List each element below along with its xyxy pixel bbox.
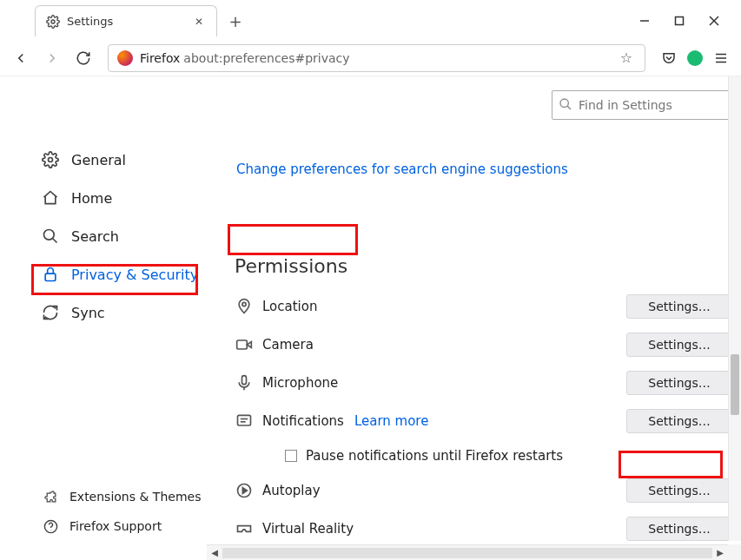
svg-rect-17 [237, 340, 248, 349]
autoplay-icon [235, 481, 254, 500]
permission-row-camera: Camera Settings… [235, 326, 732, 364]
settings-search [552, 90, 734, 120]
close-window-button[interactable] [701, 10, 727, 31]
sidebar-item-privacy[interactable]: Privacy & Security [0, 255, 207, 293]
maximize-button[interactable] [666, 10, 692, 31]
sidebar-item-label: Extensions & Themes [69, 490, 201, 504]
permission-row-location: Location Settings… [235, 287, 732, 326]
permission-label: Virtual Reality [262, 521, 354, 537]
sidebar-item-label: Search [71, 228, 119, 245]
svg-marker-25 [242, 488, 247, 494]
search-suggestions-link[interactable]: Change preferences for search engine sug… [236, 161, 568, 177]
permission-row-microphone: Microphone Settings… [235, 364, 732, 402]
sidebar-lower: Extensions & Themes Firefox Support [0, 482, 207, 541]
firefox-logo-icon [117, 50, 133, 66]
scroll-right-button[interactable]: ▶ [712, 545, 728, 561]
pause-notifications-row: Pause notifications until Firefox restar… [285, 440, 732, 471]
gear-icon [46, 15, 60, 29]
autoplay-settings-button[interactable]: Settings… [626, 478, 732, 503]
microphone-icon [235, 373, 254, 392]
sidebar-item-label: General [71, 152, 126, 168]
vertical-scrollbar[interactable] [728, 76, 741, 541]
location-settings-button[interactable]: Settings… [626, 294, 732, 319]
reload-button[interactable] [69, 44, 97, 72]
svg-point-8 [49, 158, 53, 162]
svg-point-16 [242, 302, 246, 306]
lock-icon [42, 266, 59, 283]
notifications-icon [235, 412, 254, 431]
sidebar-item-label: Privacy & Security [71, 267, 198, 283]
window-titlebar: Settings ✕ + [0, 0, 741, 40]
browser-toolbar: Firefoxabout:preferences#privacy ☆ [0, 40, 741, 76]
new-tab-button[interactable]: + [222, 8, 248, 34]
permissions-heading: Permissions [235, 255, 741, 277]
url-bar[interactable]: Firefoxabout:preferences#privacy ☆ [108, 44, 645, 72]
sidebar-item-extensions[interactable]: Extensions & Themes [0, 482, 207, 511]
pocket-icon[interactable] [661, 50, 677, 66]
svg-point-14 [560, 99, 568, 107]
scrollbar-track[interactable] [222, 548, 712, 558]
permissions-list: Location Settings… Camera Settings… Micr… [235, 287, 732, 548]
tab-strip: Settings ✕ + [0, 0, 248, 36]
tab-settings[interactable]: Settings ✕ [35, 5, 217, 36]
extension-icon[interactable] [687, 50, 703, 66]
permission-label: Autoplay [262, 483, 321, 498]
camera-settings-button[interactable]: Settings… [626, 333, 732, 357]
pause-notifications-checkbox[interactable] [285, 450, 297, 462]
location-icon [235, 297, 254, 316]
settings-search-input[interactable] [552, 90, 734, 120]
vr-settings-button[interactable]: Settings… [626, 517, 732, 541]
svg-rect-2 [676, 17, 684, 25]
permission-label: Location [262, 299, 317, 314]
permission-label: Microphone [262, 375, 338, 391]
svg-rect-21 [238, 415, 251, 425]
settings-main-panel: Change preferences for search engine sug… [207, 76, 741, 560]
vr-icon [235, 519, 254, 538]
content-area: General Home Search Privacy & Security S… [0, 76, 741, 560]
svg-line-15 [567, 106, 571, 109]
permission-row-vr: Virtual Reality Settings… [235, 510, 732, 548]
url-text: Firefoxabout:preferences#privacy [140, 51, 350, 65]
svg-point-9 [44, 230, 55, 240]
window-controls [632, 0, 741, 31]
svg-rect-11 [45, 273, 56, 280]
forward-button[interactable] [38, 44, 66, 72]
sync-icon [42, 304, 59, 321]
close-tab-button[interactable]: ✕ [192, 15, 206, 29]
sidebar-item-support[interactable]: Firefox Support [0, 511, 207, 541]
back-button[interactable] [7, 44, 35, 72]
toolbar-right-icons [656, 50, 734, 66]
gear-icon [42, 151, 59, 168]
home-icon [42, 189, 59, 207]
sidebar-item-label: Sync [71, 305, 105, 321]
permission-label: Camera [262, 337, 314, 352]
pause-notifications-label: Pause notifications until Firefox restar… [306, 448, 563, 464]
notifications-learn-more-link[interactable]: Learn more [354, 413, 429, 429]
camera-icon [235, 335, 254, 354]
app-menu-button[interactable] [713, 50, 729, 66]
scroll-left-button[interactable]: ◀ [207, 545, 222, 561]
permission-label: Notifications [262, 413, 344, 429]
permission-row-autoplay: Autoplay Settings… [235, 471, 732, 510]
sidebar-item-label: Home [71, 190, 112, 207]
notifications-settings-button[interactable]: Settings… [626, 409, 732, 433]
puzzle-icon [42, 488, 59, 505]
search-icon [559, 97, 572, 111]
sidebar-item-search[interactable]: Search [0, 217, 207, 255]
tab-label: Settings [67, 15, 185, 28]
sidebar-item-sync[interactable]: Sync [0, 293, 207, 332]
sidebar-item-general[interactable]: General [0, 141, 207, 179]
search-icon [42, 227, 59, 245]
sidebar-item-label: Firefox Support [69, 519, 162, 533]
scrollbar-thumb[interactable] [731, 354, 739, 415]
permission-row-notifications: Notifications Learn more Settings… [235, 402, 732, 440]
question-icon [42, 517, 59, 535]
minimize-button[interactable] [632, 10, 658, 31]
svg-rect-19 [242, 376, 247, 385]
horizontal-scrollbar[interactable]: ◀ ▶ [207, 544, 728, 560]
settings-sidebar: General Home Search Privacy & Security S… [0, 76, 207, 560]
sidebar-item-home[interactable]: Home [0, 179, 207, 217]
scrollbar-corner [728, 544, 741, 560]
microphone-settings-button[interactable]: Settings… [626, 371, 732, 395]
bookmark-star-icon[interactable]: ☆ [617, 49, 636, 66]
